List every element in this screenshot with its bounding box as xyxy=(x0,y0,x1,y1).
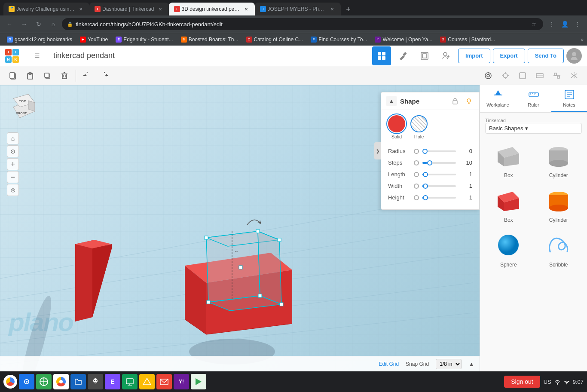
new-tab-button[interactable]: + xyxy=(342,3,355,15)
length-slider[interactable] xyxy=(422,174,456,175)
chrome-os-button[interactable] xyxy=(3,375,17,389)
home-button[interactable]: ⌂ xyxy=(47,18,59,30)
bookmark-star-icon[interactable]: ☆ xyxy=(529,20,538,28)
panel-collapse-button[interactable]: ▲ xyxy=(386,96,397,106)
tab-close-joseph[interactable]: ✕ xyxy=(329,6,336,12)
address-input[interactable]: 🔒 tinkercad.com/things/hO0U7Pi4GKh-tinke… xyxy=(62,18,543,30)
fit-view-button[interactable]: ⊙ xyxy=(7,145,19,157)
height-slider-thumb[interactable] xyxy=(423,195,428,200)
learn-button[interactable] xyxy=(394,46,413,65)
snap-grid-select[interactable]: 1/8 in 1/4 in 1 mm xyxy=(436,359,462,369)
layers-button[interactable] xyxy=(415,46,434,65)
tinkercad-logo[interactable]: T I N K xyxy=(5,47,22,64)
shape-tool-button[interactable] xyxy=(515,68,530,83)
length-slider-thumb[interactable] xyxy=(423,172,428,177)
shape-item-box-red[interactable]: Box xyxy=(485,184,532,225)
width-slider[interactable] xyxy=(422,185,456,187)
sidebar-tab-workplane[interactable]: Workplane xyxy=(480,85,516,112)
bookmark-findcourses[interactable]: F Find Courses by To... xyxy=(307,35,370,44)
bookmark-gcasdk[interactable]: G gcasdk12.org bookmarks xyxy=(3,35,76,44)
taskbar-gmail-icon[interactable] xyxy=(156,374,172,389)
shape-item-cylinder-orange[interactable]: Cylinder xyxy=(535,184,582,225)
grid-view-button[interactable] xyxy=(372,46,391,65)
back-button[interactable]: ← xyxy=(3,18,15,30)
perspective-button[interactable]: ◎ xyxy=(7,184,19,196)
width-slider-thumb[interactable] xyxy=(423,184,428,189)
copy-button[interactable] xyxy=(5,68,21,83)
tab-dashboard[interactable]: T Dashboard | Tinkercad ✕ xyxy=(89,3,169,15)
taskbar-linux-icon[interactable] xyxy=(88,374,103,389)
light-tool-button[interactable] xyxy=(498,68,513,83)
align-tool-button[interactable] xyxy=(549,68,565,83)
steps-slider-thumb[interactable] xyxy=(427,160,432,165)
tab-close-jewelry[interactable]: ✕ xyxy=(77,6,84,12)
shape-solid-option[interactable]: Solid xyxy=(388,115,405,139)
bookmarks-overflow[interactable]: » xyxy=(581,37,584,43)
tc-viewport[interactable]: plano xyxy=(0,85,480,371)
reload-button[interactable]: ↻ xyxy=(33,18,45,30)
panel-lock-button[interactable] xyxy=(450,96,460,106)
taskbar-chrome-icon[interactable] xyxy=(53,374,69,389)
import-button[interactable]: Import xyxy=(458,49,490,63)
taskbar-drive-icon[interactable] xyxy=(139,374,155,389)
taskbar-yahoo-icon[interactable]: Y! xyxy=(174,374,189,389)
bookmark-catalog[interactable]: C Catalog of Online C... xyxy=(243,35,307,44)
taskbar-classroom-icon[interactable] xyxy=(122,374,138,389)
bookmark-youtube[interactable]: ▶ YouTube xyxy=(76,35,111,44)
bookmark-boosted[interactable]: B Boosted Boards: Th... xyxy=(177,35,242,44)
taskbar-camera-icon[interactable] xyxy=(19,374,34,389)
zoom-in-button[interactable]: + xyxy=(7,158,19,170)
panel-toggle[interactable]: ❯ xyxy=(374,142,381,159)
bookmark-yahoo[interactable]: Y Welcome | Open Ya... xyxy=(371,35,436,44)
tab-close-dashboard[interactable]: ✕ xyxy=(157,6,164,12)
taskbar-play-icon[interactable] xyxy=(191,374,206,389)
mirror-tool-button[interactable] xyxy=(566,68,582,83)
view-cube[interactable]: TOP FRONT xyxy=(7,92,41,126)
duplicate-button[interactable] xyxy=(40,68,55,83)
sign-out-button[interactable]: Sign out xyxy=(504,376,540,388)
tab-close-3d[interactable]: ✕ xyxy=(243,6,250,12)
export-button[interactable]: Export xyxy=(493,49,525,63)
forward-button[interactable]: → xyxy=(18,18,30,30)
bookmark-edgenuity[interactable]: E Edgenuity - Student... xyxy=(112,35,176,44)
tab-jewelry[interactable]: 🏅 Jewelry Challenge using T ✕ xyxy=(3,3,89,15)
share-button[interactable] xyxy=(437,46,456,65)
camera-tool-button[interactable] xyxy=(480,68,496,83)
shape-item-sphere[interactable]: Sphere xyxy=(485,228,532,270)
tab-joseph[interactable]: J JOSEPH MYERS - Photo Docum... ✕ xyxy=(255,3,341,15)
home-view-button[interactable]: ⌂ xyxy=(7,132,19,144)
sidebar-tab-notes[interactable]: Notes xyxy=(551,85,587,112)
taskbar-edgenuity-icon[interactable]: E xyxy=(105,374,120,389)
hamburger-menu-button[interactable]: ☰ xyxy=(28,46,46,65)
edit-grid-label[interactable]: Edit Grid xyxy=(379,361,399,367)
paste-button[interactable] xyxy=(22,68,38,83)
tab-3d[interactable]: T 3D design tinkercad pendant | T ✕ xyxy=(169,3,255,15)
shape-hole-option[interactable]: Hole xyxy=(410,115,428,139)
send-to-button[interactable]: Send To xyxy=(528,49,564,63)
zoom-out-button[interactable]: − xyxy=(7,171,19,183)
wifi-icon xyxy=(563,378,570,385)
shape-item-scribble[interactable]: Scribble xyxy=(535,228,582,270)
delete-button[interactable] xyxy=(57,68,72,83)
radius-slider-thumb[interactable] xyxy=(422,149,428,154)
camera-icon xyxy=(22,377,31,386)
scene-tool-button[interactable] xyxy=(532,68,547,83)
shapes-dropdown[interactable]: Basic Shapes ▾ xyxy=(485,123,582,134)
taskbar-launcher-icon[interactable] xyxy=(36,374,52,389)
height-slider[interactable] xyxy=(422,197,456,199)
radius-slider[interactable] xyxy=(422,150,456,152)
snap-increment-up[interactable]: ▲ xyxy=(468,361,474,368)
shape-item-cylinder-grey[interactable]: Cylinder xyxy=(535,139,582,180)
undo-button[interactable] xyxy=(79,68,95,83)
chrome-menu-icon[interactable]: ⋮ xyxy=(572,18,584,30)
shape-item-box-grey[interactable]: Box xyxy=(485,139,532,180)
sidebar-tab-ruler[interactable]: Ruler xyxy=(516,85,551,112)
redo-button[interactable] xyxy=(97,68,112,83)
steps-slider[interactable] xyxy=(422,162,456,164)
taskbar-files-icon[interactable] xyxy=(70,374,86,389)
profiles-icon[interactable]: 👤 xyxy=(559,18,571,30)
bookmark-stanford[interactable]: S Courses | Stanford... xyxy=(437,35,498,44)
extensions-icon[interactable]: ⋮ xyxy=(546,18,558,30)
panel-light-button[interactable] xyxy=(464,96,474,106)
user-avatar[interactable] xyxy=(566,48,582,64)
